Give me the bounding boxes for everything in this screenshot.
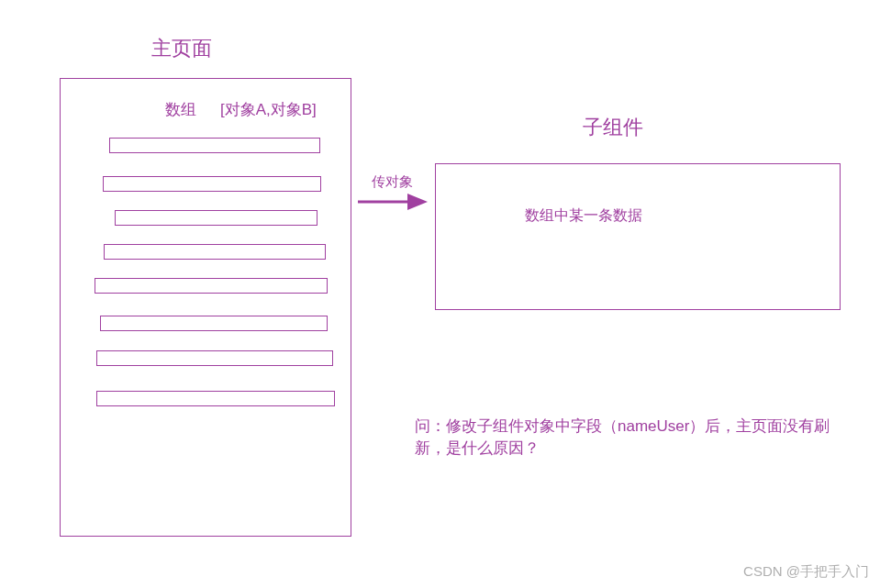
list-item [104,244,326,260]
arrow-icon [356,191,429,213]
main-page-title: 主页面 [151,35,212,62]
list-item [96,350,333,366]
svg-marker-1 [407,194,428,210]
list-item [109,138,320,153]
list-item [96,391,335,406]
list-item [95,278,328,294]
watermark: CSDN @手把手入门 [743,563,869,581]
arrow-label: 传对象 [372,173,413,191]
array-label: 数组 [165,99,196,120]
child-component-box [435,163,841,310]
list-item [115,210,317,226]
array-content: [对象A,对象B] [220,99,317,120]
child-component-content: 数组中某一条数据 [525,206,642,226]
list-item [103,176,321,192]
list-item [100,316,328,331]
child-component-title: 子组件 [583,114,643,141]
question-text: 问：修改子组件对象中字段（nameUser）后，主页面没有刷新，是什么原因？ [415,416,855,460]
